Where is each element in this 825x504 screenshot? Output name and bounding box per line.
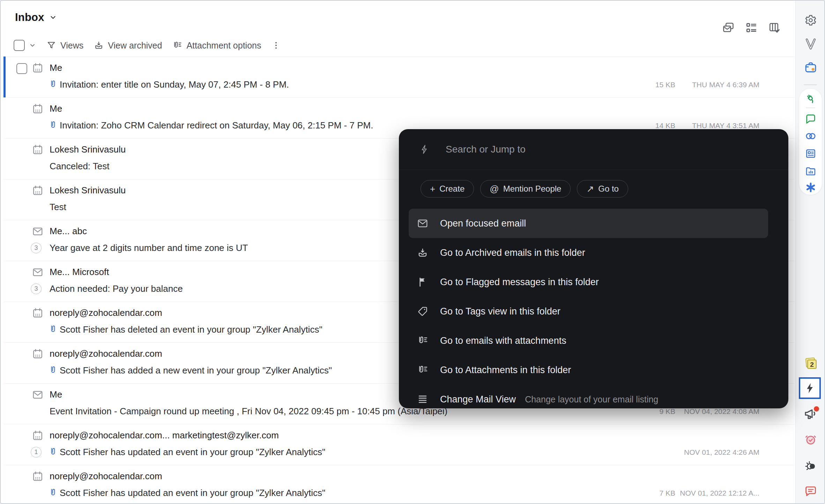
chat-icon[interactable] bbox=[796, 113, 825, 125]
row-checkbox[interactable] bbox=[16, 63, 27, 74]
email-subject: Action needed: Pay your balance bbox=[50, 283, 183, 294]
email-date: NOV 01, 2022 4:26 AM bbox=[684, 448, 759, 457]
email-subject: Scott Fisher has updated an event in you… bbox=[60, 488, 325, 498]
email-row[interactable]: Me Invitation: enter title on Sunday, Ma… bbox=[3, 57, 795, 98]
palette-item-change-mail-view[interactable]: Change Mail View Change layout of your e… bbox=[409, 385, 768, 408]
reminder-alarm-icon[interactable] bbox=[796, 433, 825, 446]
attachment-icon bbox=[417, 335, 428, 346]
contact-card-icon[interactable] bbox=[796, 148, 825, 160]
email-subject: Scott Fisher has deleted an event in you… bbox=[60, 324, 322, 335]
zoho-v-paperclip-icon[interactable] bbox=[796, 38, 825, 50]
zoho-apps-asterisk-icon[interactable] bbox=[796, 181, 825, 193]
theme-toggle-icon[interactable] bbox=[796, 460, 825, 473]
palette-item-label: Go to Tags view in this folder bbox=[440, 306, 560, 317]
email-subject: Scott Fisher has added a new event in yo… bbox=[60, 365, 332, 376]
envelope-icon bbox=[32, 389, 43, 400]
chevron-down-icon bbox=[49, 14, 57, 21]
email-subject: Canceled: Test bbox=[50, 161, 110, 172]
palette-search-input[interactable]: Search or Jump to bbox=[399, 129, 788, 170]
email-size: 15 KB bbox=[655, 81, 675, 89]
plus-icon: + bbox=[430, 184, 435, 193]
folder-name: Inbox bbox=[15, 11, 44, 24]
views-label: Views bbox=[60, 40, 83, 51]
select-options-chevron-icon[interactable] bbox=[29, 42, 36, 49]
calendar-event-icon bbox=[32, 144, 43, 155]
email-date: THU MAY 4 3:51 AM bbox=[692, 121, 759, 130]
email-row[interactable]: noreply@zohocalendar.com Scott Fisher ha… bbox=[3, 465, 795, 503]
go-to-chip-label: Go to bbox=[598, 184, 619, 194]
archive-icon bbox=[94, 40, 104, 50]
filter-funnel-icon bbox=[46, 40, 56, 50]
attachment-paperclip-icon bbox=[49, 446, 58, 457]
links-chain-icon[interactable] bbox=[796, 130, 825, 142]
envelope-icon bbox=[32, 267, 43, 278]
analytics-folder-icon[interactable] bbox=[796, 165, 825, 177]
palette-item-label: Go to Attachments in this folder bbox=[440, 365, 571, 376]
notification-dot bbox=[814, 406, 819, 412]
palette-item-open-focused-email[interactable]: Open focused emaill bbox=[409, 209, 768, 238]
list-view-icon[interactable] bbox=[745, 22, 758, 34]
pill-divider bbox=[806, 108, 815, 108]
mention-people-chip[interactable]: @Mention People bbox=[480, 180, 571, 198]
attachment-options-button[interactable]: Attachment options bbox=[172, 40, 261, 51]
email-sender: noreply@zohocalendar.com bbox=[50, 471, 162, 482]
settings-gear-icon[interactable] bbox=[796, 14, 825, 27]
notes-count-badge: 2 bbox=[810, 361, 814, 368]
attachment-paperclip-icon bbox=[49, 79, 58, 89]
calendar-event-icon bbox=[32, 471, 43, 482]
integrations-plug-icon[interactable] bbox=[796, 92, 825, 105]
palette-item-label: Go to Archived emails in this folder bbox=[440, 247, 585, 258]
more-options-kebab-icon[interactable] bbox=[272, 41, 281, 50]
email-sender: Me bbox=[50, 389, 62, 400]
archive-icon bbox=[417, 247, 428, 258]
email-date: THU MAY 4 6:39 AM bbox=[692, 81, 759, 89]
palette-item-label: Change Mail View bbox=[440, 394, 516, 405]
palette-item-flagged-messages[interactable]: Go to Flagged messages in this folder bbox=[409, 267, 768, 297]
feedback-chat-icon[interactable] bbox=[796, 484, 825, 498]
calendar-event-icon bbox=[32, 62, 43, 74]
palette-item-emails-with-attachments[interactable]: Go to emails with attachments bbox=[409, 326, 768, 355]
palette-item-label: Go to Flagged messages in this folder bbox=[440, 277, 599, 288]
mail-preview-icon[interactable] bbox=[722, 22, 735, 34]
create-chip-label: Create bbox=[439, 184, 464, 194]
zoho-mail-window: Inbox Views View archived bbox=[0, 0, 825, 504]
quick-actions-lightning-icon[interactable] bbox=[799, 377, 821, 399]
attachment-icon bbox=[172, 40, 182, 50]
palette-item-archived-emails[interactable]: Go to Archived emails in this folder bbox=[409, 238, 768, 267]
column-settings-icon[interactable] bbox=[768, 22, 781, 34]
email-date: NOV 04, 2022 4:08 AM bbox=[684, 407, 759, 416]
attachment-paperclip-icon bbox=[49, 487, 58, 498]
email-sender: noreply@zohocalendar.com bbox=[50, 348, 162, 359]
thread-count-badge: 1 bbox=[31, 447, 42, 458]
email-size: 14 KB bbox=[655, 121, 675, 130]
views-button[interactable]: Views bbox=[46, 40, 83, 51]
email-sender: Me bbox=[50, 62, 62, 73]
email-row[interactable]: noreply@zohocalendar.com... marketingtes… bbox=[3, 424, 795, 465]
right-app-sidebar: 2 bbox=[795, 1, 825, 503]
email-sender: noreply@zohocalendar.com bbox=[50, 307, 162, 318]
calendar-event-icon bbox=[32, 348, 43, 360]
calendar-event-icon bbox=[32, 430, 43, 441]
sidebar-divider bbox=[804, 84, 817, 85]
email-subject: Year gave at 2 digits number and time zo… bbox=[50, 243, 248, 253]
search-jump-palette: Search or Jump to +Create @Mention Peopl… bbox=[399, 129, 788, 408]
email-sender: noreply@zohocalendar.com... marketingtes… bbox=[50, 430, 279, 441]
menu-lines-icon bbox=[417, 394, 428, 405]
create-chip[interactable]: +Create bbox=[421, 180, 474, 198]
folder-selector[interactable]: Inbox bbox=[15, 11, 57, 24]
flag-icon bbox=[417, 276, 428, 288]
briefcase-icon[interactable] bbox=[796, 61, 825, 74]
view-archived-label: View archived bbox=[108, 40, 162, 51]
view-archived-button[interactable]: View archived bbox=[94, 40, 162, 51]
calendar-event-icon bbox=[32, 185, 43, 196]
list-toolbar: Views View archived Attachment options bbox=[14, 38, 281, 53]
sticky-notes-icon[interactable]: 2 bbox=[796, 356, 825, 371]
palette-item-tags-view[interactable]: Go to Tags view in this folder bbox=[409, 297, 768, 326]
go-to-chip[interactable]: ↗Go to bbox=[577, 180, 628, 198]
palette-quick-actions: +Create @Mention People ↗Go to bbox=[421, 180, 628, 198]
announcements-megaphone-icon[interactable] bbox=[796, 406, 825, 421]
select-all-checkbox[interactable] bbox=[14, 40, 25, 51]
palette-item-attachments-in-folder[interactable]: Go to Attachments in this folder bbox=[409, 355, 768, 385]
attachment-icon bbox=[417, 364, 428, 376]
email-sender: Lokesh Srinivasulu bbox=[50, 144, 126, 155]
